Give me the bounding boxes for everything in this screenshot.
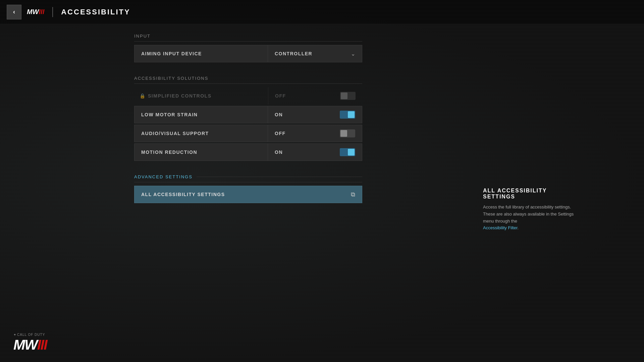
toggle-knob (348, 111, 355, 118)
aiming-input-device-label: AIMING INPUT DEVICE (135, 51, 268, 56)
tooltip-panel: ALL ACCESSIBILITY SETTINGS Access the fu… (483, 188, 577, 232)
bottom-logo: ✦ CALL OF DUTY MWIII (13, 333, 47, 352)
tooltip-suffix: . (518, 225, 519, 230)
toggle-knob (341, 93, 347, 99)
motion-reduction-label: MOTION REDUCTION (135, 149, 268, 155)
accessibility-filter-link[interactable]: Accessibility Filter (483, 225, 518, 230)
header: ‹ MW III ACCESSIBILITY (0, 0, 644, 24)
motion-reduction-row[interactable]: MOTION REDUCTION ON (134, 143, 362, 161)
back-arrow-icon: ‹ (13, 8, 15, 15)
logo-iii: III (39, 8, 45, 16)
audio-visual-support-label: AUDIO/VISUAL SUPPORT (135, 131, 268, 136)
low-motor-strain-value-area: ON (268, 111, 362, 119)
logo-mw: MW (27, 8, 39, 16)
advanced-label-line (197, 177, 362, 177)
toggle-knob (340, 130, 347, 137)
dropdown-arrow-icon: ⌄ (351, 51, 355, 57)
advanced-settings-label: ADVANCED SETTINGS (134, 174, 362, 182)
simplified-controls-toggle (340, 92, 356, 100)
paw-icon: ✦ (13, 333, 16, 337)
simplified-controls-value-area: OFF (268, 92, 362, 100)
lock-icon: 🔒 (140, 93, 145, 99)
low-motor-strain-row[interactable]: LOW MOTOR STRAIN ON (134, 106, 362, 123)
input-section: INPUT AIMING INPUT DEVICE CONTROLLER ⌄ (134, 34, 362, 62)
tooltip-body: Access the full library of accessibility… (483, 204, 577, 232)
header-divider (52, 7, 53, 17)
audio-visual-support-value: OFF (275, 131, 286, 136)
all-accessibility-settings-label: ALL ACCESSIBILITY SETTINGS (135, 192, 268, 197)
audio-visual-support-toggle[interactable] (340, 129, 355, 137)
motion-reduction-toggle[interactable] (340, 148, 355, 156)
motion-reduction-value-area: ON (268, 148, 362, 156)
low-motor-strain-toggle[interactable] (340, 111, 355, 119)
advanced-settings-section: ADVANCED SETTINGS ALL ACCESSIBILITY SETT… (134, 174, 362, 203)
accessibility-solutions-section: ACCESSIBILITY SOLUTIONS 🔒 SIMPLIFIED CON… (134, 76, 362, 161)
mwiii-logo: MWIII (13, 338, 47, 352)
cod-label: CALL OF DUTY (17, 333, 45, 337)
aiming-input-device-value: CONTROLLER (275, 51, 312, 56)
game-logo: MW III (27, 8, 44, 16)
external-link-icon: ⧉ (351, 191, 355, 198)
toggle-knob (348, 149, 355, 156)
aiming-input-device-value-area: CONTROLLER ⌄ (268, 51, 362, 57)
low-motor-strain-label: LOW MOTOR STRAIN (135, 112, 268, 117)
accessibility-solutions-label: ACCESSIBILITY SOLUTIONS (134, 76, 362, 84)
audio-visual-support-value-area: OFF (268, 129, 362, 137)
simplified-controls-row: 🔒 SIMPLIFIED CONTROLS OFF (134, 87, 362, 105)
all-accessibility-settings-row[interactable]: ALL ACCESSIBILITY SETTINGS ⧉ (134, 186, 362, 203)
tooltip-title: ALL ACCESSIBILITY SETTINGS (483, 188, 577, 200)
low-motor-strain-value: ON (275, 112, 283, 117)
simplified-controls-value: OFF (275, 93, 286, 99)
tooltip-body-text: Access the full library of accessibility… (483, 204, 574, 224)
simplified-controls-label: SIMPLIFIED CONTROLS (148, 93, 268, 99)
page-title: ACCESSIBILITY (61, 8, 130, 16)
input-section-label: INPUT (134, 34, 362, 42)
cod-logo-small: ✦ CALL OF DUTY (13, 333, 47, 337)
all-settings-right: ⧉ (268, 191, 362, 198)
aiming-input-device-row[interactable]: AIMING INPUT DEVICE CONTROLLER ⌄ (134, 45, 362, 62)
audio-visual-support-row[interactable]: AUDIO/VISUAL SUPPORT OFF (134, 125, 362, 142)
motion-reduction-value: ON (275, 149, 283, 155)
logo-mw-bottom: MW (13, 337, 37, 353)
main-content: INPUT AIMING INPUT DEVICE CONTROLLER ⌄ A… (134, 34, 362, 210)
logo-iii-bottom: III (37, 337, 47, 353)
back-button[interactable]: ‹ (7, 5, 21, 19)
